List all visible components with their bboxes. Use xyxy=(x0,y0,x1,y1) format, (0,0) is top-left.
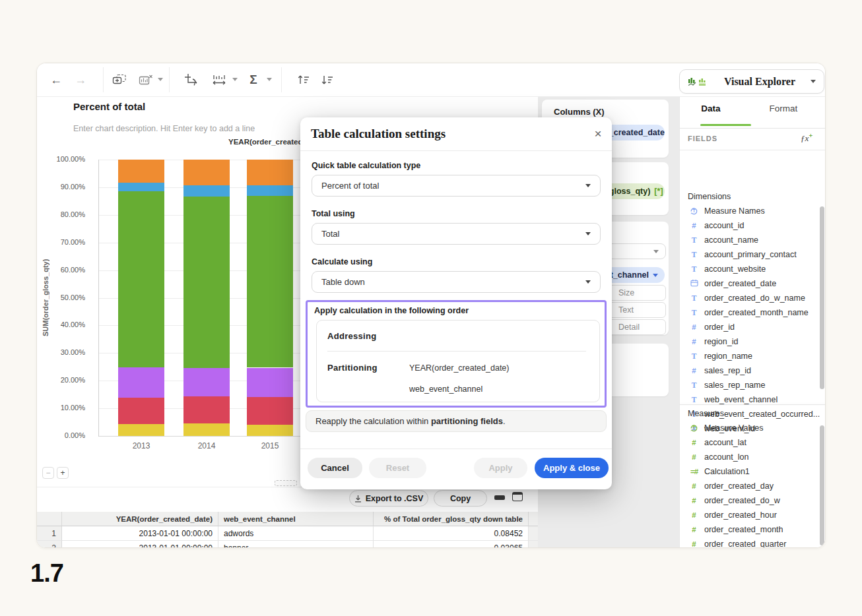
bar-segment-segment-green[interactable] xyxy=(118,191,164,367)
calculate-using-select[interactable]: Table down xyxy=(312,271,601,293)
table-calc-badge: [*] xyxy=(654,187,663,196)
number-icon: # xyxy=(688,222,700,230)
dimension-sales-rep-id[interactable]: #sales_rep_id xyxy=(684,363,819,378)
y-axis-tick: 10.00% xyxy=(46,404,85,412)
dimension-account-name[interactable]: Taccount_name xyxy=(684,233,819,247)
measure-account-lat[interactable]: #account_lat xyxy=(684,435,819,450)
dimension-order-created-do-w-name[interactable]: Torder_created_do_w_name xyxy=(684,291,819,305)
bar-segment-banner-blue-[interactable] xyxy=(118,183,164,191)
number-icon: # xyxy=(688,338,700,346)
crop-rotate-icon[interactable] xyxy=(181,70,201,90)
dimension-account-website[interactable]: Taccount_website xyxy=(684,262,819,276)
dimension-region-name[interactable]: Tregion_name xyxy=(684,349,819,363)
measure-account-lon[interactable]: #account_lon xyxy=(684,450,819,464)
y-axis-tick: 40.00% xyxy=(46,321,85,328)
measures-list: TMeasure Values#account_lat#account_lon=… xyxy=(684,421,819,548)
measure-measure-values[interactable]: TMeasure Values xyxy=(684,421,819,435)
aggregate-sigma-icon[interactable]: Σ xyxy=(244,70,263,90)
dimension-measure-names[interactable]: TMeasure Names xyxy=(684,204,819,218)
zoom-in-button[interactable]: + xyxy=(57,467,69,479)
table-row[interactable]: 22013-01-01 00:00:00banner0.03065 xyxy=(37,541,538,548)
table-cell: 1 xyxy=(37,526,62,541)
chart-title[interactable]: Percent of total xyxy=(73,101,145,112)
dimension-account-primary-contact[interactable]: Taccount_primary_contact xyxy=(684,247,819,262)
toolbar-divider xyxy=(103,67,104,92)
bar-segment-adwords-orange-[interactable] xyxy=(118,160,164,183)
remove-chart-icon[interactable] xyxy=(136,70,156,90)
copy-button[interactable]: Copy xyxy=(434,490,487,507)
bar-segment-segment-purple[interactable] xyxy=(247,368,293,398)
bar-segment-segment-purple[interactable] xyxy=(118,367,164,398)
measure-calculation1[interactable]: =#Calculation1 xyxy=(684,464,819,479)
forward-icon[interactable]: → xyxy=(71,70,90,90)
bar-segment-segment-yellow[interactable] xyxy=(247,425,293,436)
pill-caret-icon xyxy=(653,274,658,277)
expand-table-icon[interactable] xyxy=(512,492,523,501)
tab-data[interactable]: Data xyxy=(688,104,734,113)
table-row[interactable]: 12013-01-01 00:00:00adwords0.08452 xyxy=(37,526,538,541)
collapse-table-icon[interactable] xyxy=(494,495,505,500)
remove-chart-caret-icon[interactable] xyxy=(158,78,163,81)
bar-segment-adwords-orange-[interactable] xyxy=(247,160,293,185)
measure-order-created-do-w[interactable]: #order_created_do_w xyxy=(684,493,819,508)
horizontal-scrollbar-handle[interactable] xyxy=(275,480,297,486)
tab-format[interactable]: Format xyxy=(760,104,807,113)
bar-segment-segment-red[interactable] xyxy=(118,398,164,424)
reset-button[interactable]: Reset xyxy=(369,458,426,478)
measure-order-created-month[interactable]: #order_created_month xyxy=(684,522,819,537)
quick-calc-type-select[interactable]: Percent of total xyxy=(312,175,601,197)
duplicate-chart-icon[interactable] xyxy=(110,70,129,90)
bar-segment-segment-green[interactable] xyxy=(183,197,230,368)
bar-segment-banner-blue-[interactable] xyxy=(183,185,230,197)
bar-segment-segment-purple[interactable] xyxy=(183,368,230,396)
bar-segment-segment-red[interactable] xyxy=(247,397,293,425)
visual-explorer-switcher[interactable]: Visual Explorer xyxy=(679,69,824,94)
number-icon: # xyxy=(688,439,700,447)
bar-segment-adwords-orange-[interactable] xyxy=(183,160,230,185)
bar-segment-segment-yellow[interactable] xyxy=(118,424,164,436)
column-width-caret-icon[interactable] xyxy=(232,78,238,81)
chart-description-placeholder[interactable]: Enter chart description. Hit Enter key t… xyxy=(73,124,255,133)
measure-order-created-hour[interactable]: #order_created_hour xyxy=(684,508,819,522)
apply-and-close-button[interactable]: Apply & close xyxy=(535,458,609,478)
dimension-region-id[interactable]: #region_id xyxy=(684,334,819,349)
dimension-sales-rep-name[interactable]: Tsales_rep_name xyxy=(684,378,819,392)
table-cell: banner xyxy=(218,541,374,548)
back-icon[interactable]: ← xyxy=(46,70,66,90)
column-header[interactable]: YEAR(order_created_date) xyxy=(62,512,218,526)
partitioning-field[interactable]: web_event_channel xyxy=(409,385,482,394)
bar-segment-banner-blue-[interactable] xyxy=(247,185,293,196)
sort-descending-icon[interactable] xyxy=(317,70,337,90)
apply-button[interactable]: Apply xyxy=(474,458,527,478)
measure-order-created-day[interactable]: #order_created_day xyxy=(684,479,819,493)
dimension-account-id[interactable]: #account_id xyxy=(684,218,819,233)
table-cell: adwords xyxy=(218,526,374,541)
add-calculation-icon[interactable]: ƒx+ xyxy=(801,131,812,144)
dimension-order-id[interactable]: #order_id xyxy=(684,320,819,334)
export-csv-button[interactable]: Export to .CSV xyxy=(349,490,428,507)
text-icon: T xyxy=(688,236,700,244)
total-using-select[interactable]: Total xyxy=(312,223,601,245)
measures-scrollbar[interactable] xyxy=(820,425,824,545)
column-header[interactable]: web_event_channel xyxy=(218,512,374,526)
cancel-button[interactable]: Cancel xyxy=(308,458,362,478)
dimensions-scrollbar[interactable] xyxy=(820,206,824,389)
dimension-order-created-date[interactable]: order_created_date xyxy=(684,276,819,291)
field-label: account_id xyxy=(704,221,744,230)
close-icon[interactable]: × xyxy=(589,125,607,142)
column-width-icon[interactable] xyxy=(209,70,229,90)
number-icon: # xyxy=(688,511,700,519)
dimension-order-created-month-name[interactable]: Torder_created_month_name xyxy=(684,305,819,320)
sort-ascending-icon[interactable] xyxy=(294,70,314,90)
field-label: order_id xyxy=(704,323,735,332)
bar-segment-segment-green[interactable] xyxy=(247,196,293,368)
bar-segment-segment-yellow[interactable] xyxy=(183,423,230,436)
zoom-out-button[interactable]: − xyxy=(42,467,54,479)
measure-order-created-quarter[interactable]: #order_created_quarter xyxy=(684,537,819,548)
column-header[interactable] xyxy=(37,512,62,526)
partitioning-field[interactable]: YEAR(order_created_date) xyxy=(409,363,509,373)
aggregate-caret-icon[interactable] xyxy=(267,78,272,81)
column-header[interactable]: % of Total order_gloss_qty down table xyxy=(374,512,529,526)
bar-segment-segment-red[interactable] xyxy=(183,396,230,423)
y-axis-tick: 60.00% xyxy=(46,266,85,274)
